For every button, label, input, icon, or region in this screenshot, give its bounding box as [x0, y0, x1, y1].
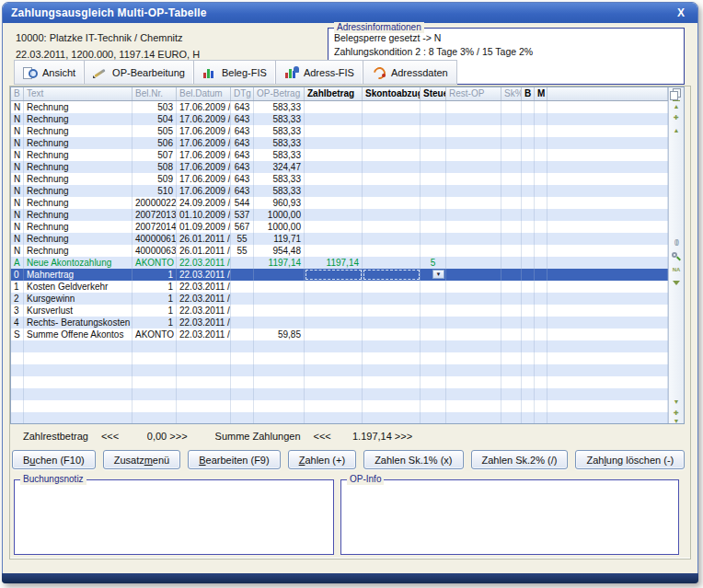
cell-skonto	[363, 269, 421, 281]
column-header-bel-nr-[interactable]: Bel.Nr.	[133, 87, 177, 100]
column-header-op-betrag[interactable]: OP-Betrag	[254, 87, 305, 100]
tab-op-bearbeitung[interactable]: OP-Bearbeitung	[85, 61, 194, 84]
go-last-icon[interactable]: ▼	[671, 417, 682, 424]
buchen-button[interactable]: Buchen (F10)	[12, 450, 96, 469]
table-empty-row[interactable]	[11, 340, 684, 352]
column-header-bel-datum[interactable]: Bel.Datum	[177, 87, 231, 100]
table-row[interactable]: 2Kursgewinn122.03.2011 /Di	[11, 293, 684, 305]
tab-ansicht[interactable]: Ansicht	[15, 61, 85, 84]
table-scroll-rail[interactable]: ▲✚▲(||)NA▼✚▼	[668, 87, 684, 423]
cell-b2	[522, 161, 535, 173]
cell-text	[24, 412, 133, 424]
cell-m	[535, 257, 547, 269]
table-row[interactable]: NRechnung4000006326.01.2011 /Mi55954,48	[11, 245, 684, 257]
table-row[interactable]: NRechnung50417.06.2009 /Mi643583,33	[11, 113, 684, 125]
cell-m	[535, 173, 547, 185]
column-header-rest-op[interactable]: Rest-OP	[446, 87, 501, 100]
zusatzmenu-button[interactable]: Zusatzmenü	[103, 450, 181, 469]
cell-op	[254, 352, 305, 364]
cell-b: N	[11, 197, 24, 209]
table-row[interactable]: 3Kursverlust122.03.2011 /Di	[11, 305, 684, 317]
column-header-b[interactable]: B	[11, 87, 24, 100]
table-row[interactable]: NRechnung50817.06.2009 /Mi643324,47	[11, 161, 684, 173]
cell-belnr: 507	[133, 149, 177, 161]
zahlen-sk2-button[interactable]: Zahlen Sk.2% (/)	[471, 450, 569, 469]
cell-steue	[421, 161, 446, 173]
table-row[interactable]: NRechnung2000002224.09.2009 /Do544960,93	[11, 197, 684, 209]
table-row[interactable]: SSumme Offene AkontosAKONTO22.03.2011 /D…	[11, 329, 684, 340]
zoom-icon[interactable]	[671, 252, 682, 262]
table-empty-row[interactable]	[11, 376, 684, 388]
table-row[interactable]: NRechnung50517.06.2009 /Mi643583,33	[11, 125, 684, 137]
table-row[interactable]: ANeue AkontozahlungAKONTO22.03.2011 /Di1…	[11, 257, 684, 269]
cell-dtg: 55	[231, 233, 254, 245]
cell-zahl	[305, 221, 363, 233]
cell-text: Rechnung	[24, 137, 133, 149]
table-row[interactable]: NRechnung2007201301.10.2009 /Do5371000,0…	[11, 209, 684, 221]
cell-text: Rechnung	[24, 209, 133, 221]
cell-belnr: 505	[133, 125, 177, 137]
add-row-icon[interactable]: ✚	[671, 112, 682, 122]
close-icon[interactable]: X	[673, 6, 689, 19]
table-row[interactable]: NRechnung4000006126.01.2011 /Mi55119,71	[11, 233, 684, 245]
bearbeiten-button[interactable]: Bearbeiten (F9)	[188, 450, 280, 469]
cell-datum: 22.03.2011 /Di	[177, 293, 231, 305]
cell-b: N	[11, 245, 24, 257]
na-icon[interactable]: NA	[671, 265, 682, 275]
steue-dropdown-icon[interactable]: ▼	[432, 270, 444, 279]
table-row[interactable]: NRechnung50617.06.2009 /Mi643583,33	[11, 137, 684, 149]
cell-sk	[501, 281, 522, 293]
table-row[interactable]: NRechnung2007201401.09.2009 /Di5671000,0…	[11, 221, 684, 233]
table-empty-row[interactable]	[11, 388, 684, 400]
cell-rest	[446, 113, 501, 125]
column-header-skontoabzug[interactable]: Skontoabzug	[363, 87, 421, 100]
scroll-up-icon[interactable]: ▲	[671, 125, 682, 135]
table-row[interactable]: 1Kosten Geldverkehr122.03.2011 /Di	[11, 281, 684, 293]
tab-label: Ansicht	[42, 67, 75, 78]
column-header-m[interactable]: M	[535, 87, 547, 100]
table-empty-row[interactable]	[11, 400, 684, 412]
op-info-area[interactable]	[341, 480, 678, 554]
column-header-text[interactable]: Text	[24, 87, 133, 100]
table-row[interactable]: NRechnung50917.06.2009 /Mi643583,33	[11, 173, 684, 185]
table-row[interactable]: 4Rechts- Beratungskosten122.03.2011 /Di	[11, 317, 684, 329]
tab-label: Adress-FIS	[304, 67, 354, 78]
tab-adress-fis[interactable]: Adress-FIS	[276, 61, 363, 84]
cell-steue	[421, 221, 446, 233]
tab-adressdaten[interactable]: Adressdaten	[363, 61, 456, 84]
table-empty-row[interactable]	[11, 352, 684, 364]
scroll-down-icon[interactable]: ▼	[671, 397, 682, 407]
cell-b2	[522, 376, 535, 388]
table-row[interactable]: 0Mahnertrag122.03.2011 /Di▼	[11, 269, 684, 281]
tab-beleg-fis[interactable]: Beleg-FIS	[194, 61, 276, 84]
column-header-filler[interactable]	[547, 87, 668, 100]
go-first-icon[interactable]: ▲	[671, 100, 682, 110]
table-row[interactable]: NRechnung51017.06.2009 /Mi643583,33	[11, 185, 684, 197]
table-empty-row[interactable]	[11, 364, 684, 376]
cell-op	[254, 281, 305, 293]
filter-icon[interactable]	[671, 278, 682, 288]
cell-belnr: 1	[133, 293, 177, 305]
zahlen-sk1-button[interactable]: Zahlen Sk.1% (x)	[363, 450, 463, 469]
cell-rest	[446, 269, 501, 281]
cell-op	[254, 293, 305, 305]
table-row[interactable]: NRechnung50317.06.2009 /Mi643583,33	[11, 101, 684, 113]
table-empty-row[interactable]	[11, 412, 684, 424]
buchungsnotiz-input[interactable]	[15, 480, 333, 554]
table-row[interactable]: NRechnung50717.06.2009 /Mi643583,33	[11, 149, 684, 161]
cell-steue	[421, 125, 446, 137]
copy-icon[interactable]	[671, 88, 682, 98]
zahlung-loeschen-button[interactable]: Zahlung löschen (-)	[575, 450, 685, 469]
zahlen-button[interactable]: Zahlen (+)	[288, 450, 356, 469]
cell-dtg	[231, 340, 254, 352]
address-info-title: Adressinformationen	[334, 22, 424, 33]
column-header-steue[interactable]: Steue	[421, 87, 446, 100]
cell-rest	[446, 161, 501, 173]
column-header-sk%[interactable]: Sk%	[501, 87, 522, 100]
column-header-zahlbetrag[interactable]: Zahlbetrag	[305, 87, 363, 100]
cell-text: Rechnung	[24, 125, 133, 137]
column-header-b[interactable]: B	[522, 87, 535, 100]
column-select-icon[interactable]: (||)	[671, 236, 682, 247]
action-button-bar: Buchen (F10)ZusatzmenüBearbeiten (F9)Zah…	[12, 450, 685, 469]
column-header-dtg[interactable]: DTg	[231, 87, 254, 100]
